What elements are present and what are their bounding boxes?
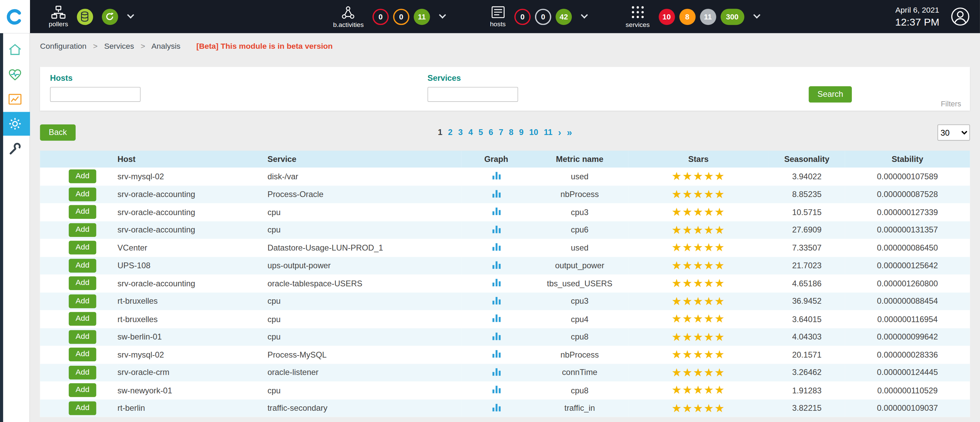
services-critical-badge[interactable]: 10 <box>658 8 675 25</box>
page-5[interactable]: 5 <box>479 127 483 137</box>
hosts-filter-input[interactable] <box>50 87 141 102</box>
header-stars: Stars <box>628 151 769 168</box>
time-text: 12:37 PM <box>895 16 939 28</box>
sidebar-item-configuration[interactable] <box>0 112 30 136</box>
add-button[interactable]: Add <box>69 384 96 397</box>
chevron-down-icon[interactable] <box>127 11 134 19</box>
stars: ★★★★★ <box>628 185 769 203</box>
search-button[interactable]: Search <box>808 86 852 103</box>
graph-icon[interactable] <box>492 225 501 233</box>
host-cell: srv-oracle-accounting <box>118 274 267 292</box>
graph-icon[interactable] <box>492 260 501 269</box>
graph-icon[interactable] <box>492 332 501 340</box>
page-10[interactable]: 10 <box>529 127 538 137</box>
add-button[interactable]: Add <box>69 205 96 219</box>
add-button[interactable]: Add <box>69 259 96 272</box>
breadcrumb-services[interactable]: Services <box>104 42 134 51</box>
sidebar-item-monitoring[interactable] <box>0 62 30 87</box>
graph-icon[interactable] <box>492 368 501 376</box>
sidebar-item-home[interactable] <box>0 37 30 62</box>
seasonality-cell: 3.64015 <box>769 310 845 328</box>
centreon-logo[interactable] <box>0 0 30 33</box>
page-8[interactable]: 8 <box>509 127 514 137</box>
breadcrumb: Configuration > Services > Analysis [Bet… <box>30 33 980 51</box>
sidebar-edge <box>0 33 3 422</box>
topbar-services[interactable]: services 10 8 11 300 <box>625 5 759 28</box>
stability-cell: 0.000000099642 <box>845 328 970 346</box>
metric-cell: tbs_used_USERS <box>531 274 628 292</box>
next-page-button[interactable]: › <box>558 127 561 137</box>
back-button[interactable]: Back <box>40 124 75 141</box>
add-button[interactable]: Add <box>69 295 96 308</box>
page-2[interactable]: 2 <box>448 127 452 137</box>
graph-icon[interactable] <box>492 296 501 304</box>
hosts-filter-label: Hosts <box>50 73 141 83</box>
service-cell: oracle-listener <box>267 364 461 381</box>
page-4[interactable]: 4 <box>468 127 473 137</box>
seasonality-cell: 3.26462 <box>769 364 845 381</box>
hosts-down-badge[interactable]: 0 <box>514 8 531 25</box>
chevron-down-icon[interactable] <box>439 11 446 19</box>
page-11[interactable]: 11 <box>544 127 552 137</box>
chevron-down-icon[interactable] <box>581 11 588 19</box>
graph-icon[interactable] <box>492 279 501 287</box>
bam-warning-badge[interactable]: 0 <box>393 8 410 25</box>
services-warning-badge[interactable]: 8 <box>679 8 695 25</box>
page-1[interactable]: 1 <box>438 127 442 137</box>
seasonality-cell: 10.5715 <box>769 203 845 221</box>
hosts-unreachable-badge[interactable]: 0 <box>535 8 551 25</box>
add-button[interactable]: Add <box>69 330 96 344</box>
bam-critical-badge[interactable]: 0 <box>372 8 389 25</box>
breadcrumb-configuration[interactable]: Configuration <box>40 42 86 51</box>
sidebar-item-administration[interactable] <box>0 136 30 161</box>
app: pollers <box>0 0 980 422</box>
services-ok-badge[interactable]: 300 <box>720 8 744 25</box>
user-profile-icon[interactable] <box>951 7 970 26</box>
graph-icon[interactable] <box>492 189 501 197</box>
beta-notice: [Beta] This module is in beta version <box>196 42 332 51</box>
header-seasonality: Seasonality <box>769 151 845 168</box>
graph-icon[interactable] <box>492 243 501 251</box>
graph-icon[interactable] <box>492 385 501 393</box>
graph-icon[interactable] <box>492 207 501 215</box>
service-cell: traffic-secondary <box>267 399 461 417</box>
add-button[interactable]: Add <box>69 223 96 237</box>
service-cell: cpu <box>267 381 461 399</box>
filters-toggle[interactable]: Filters <box>941 100 961 108</box>
bam-ok-badge[interactable]: 11 <box>414 8 430 25</box>
add-button[interactable]: Add <box>69 170 96 183</box>
add-button[interactable]: Add <box>69 188 96 201</box>
service-cell: cpu <box>267 221 461 239</box>
filter-panel: Hosts Services Search Filters <box>40 67 970 110</box>
topbar-business-activities[interactable]: b.activities 0 0 11 <box>333 5 445 28</box>
page-size-select[interactable]: 30 <box>937 124 970 141</box>
add-button[interactable]: Add <box>69 401 96 415</box>
add-button[interactable]: Add <box>69 312 96 326</box>
topbar-pollers[interactable]: pollers <box>49 6 133 27</box>
add-button[interactable]: Add <box>69 241 96 255</box>
add-button[interactable]: Add <box>69 348 96 361</box>
sidebar-item-reporting[interactable] <box>0 87 30 112</box>
services-filter-input[interactable] <box>428 87 518 102</box>
add-button[interactable]: Add <box>69 276 96 290</box>
graph-icon[interactable] <box>492 350 501 358</box>
graph-icon[interactable] <box>492 403 501 411</box>
table-row: Add srv-oracle-crm oracle-listener connT… <box>40 364 970 381</box>
hosts-up-badge[interactable]: 42 <box>556 8 572 25</box>
database-status-icon[interactable] <box>77 8 93 25</box>
host-cell: srv-mysql-02 <box>118 168 267 185</box>
chevron-down-icon[interactable] <box>753 11 760 19</box>
poller-status-icon[interactable] <box>102 8 118 25</box>
page-9[interactable]: 9 <box>519 127 523 137</box>
add-button[interactable]: Add <box>69 366 96 379</box>
graph-icon[interactable] <box>492 314 501 322</box>
last-page-button[interactable]: » <box>567 127 572 137</box>
table-row: Add srv-mysql-02 disk-/var used ★★★★★ 3.… <box>40 168 970 185</box>
page-3[interactable]: 3 <box>458 127 463 137</box>
services-unknown-badge[interactable]: 11 <box>700 8 716 25</box>
page-7[interactable]: 7 <box>499 127 503 137</box>
page-6[interactable]: 6 <box>488 127 493 137</box>
graph-icon[interactable] <box>492 172 501 180</box>
host-cell: UPS-108 <box>118 257 267 274</box>
topbar-hosts[interactable]: hosts 0 0 42 <box>490 6 587 27</box>
